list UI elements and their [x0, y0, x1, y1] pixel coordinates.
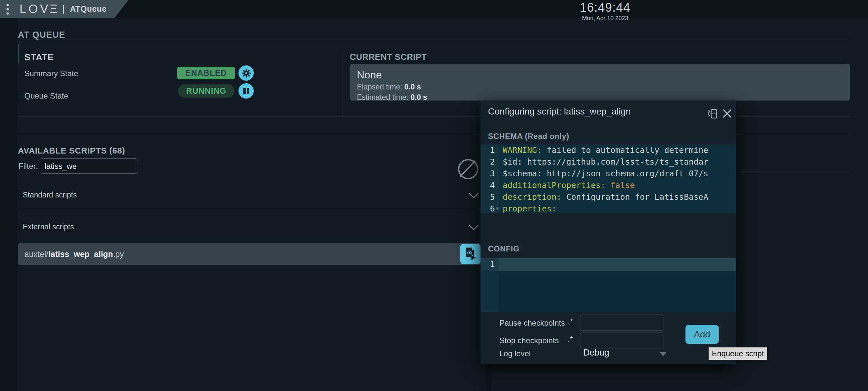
page-left-margin [0, 18, 18, 391]
chevron-down-icon[interactable] [468, 192, 479, 199]
stop-checkpoints-input[interactable] [580, 332, 663, 348]
elapsed-time-row: Elapsed time: 0.0 s [357, 83, 421, 91]
config-active-line[interactable]: 1 [480, 258, 736, 271]
configure-script-button[interactable] [460, 244, 480, 264]
script-name: latiss_wep_align [49, 250, 113, 259]
modal-title: Configuring script: latiss_wep_align [488, 106, 631, 117]
queue-state-badge: RUNNING [178, 84, 235, 98]
script-path-prefix: auxtel/ [24, 250, 49, 259]
pause-checkpoints-label: Pause checkpoints [499, 319, 565, 328]
state-title: STATE [24, 52, 54, 62]
summary-state-badge: ENABLED [177, 67, 235, 79]
fold-caret-icon[interactable] [495, 207, 499, 210]
enqueue-script-tooltip: Enqueue script [709, 348, 767, 360]
love-logo-xi: Ξ [50, 2, 58, 16]
stop-checkpoints-label: Stop checkpoints [499, 336, 559, 345]
log-level-select[interactable]: Debug [583, 348, 609, 358]
summary-state-settings-button[interactable] [239, 65, 254, 81]
config-title: CONFIG [488, 244, 519, 253]
schema-code-line: 2$id: https://github.com/lsst-ts/ts_stan… [480, 156, 736, 168]
group-standard-scripts[interactable]: Standard scripts [23, 191, 77, 199]
close-icon[interactable] [721, 108, 733, 119]
stop-checkpoints-pattern: .* [568, 335, 573, 344]
app-logo-area: LOVΞ | ATQueue [0, 0, 128, 18]
script-extension: .py [113, 250, 124, 259]
current-script-title: CURRENT SCRIPT [350, 52, 427, 62]
current-script-name: None [357, 69, 382, 81]
configure-script-modal: Configuring script: latiss_wep_align SCH… [480, 101, 736, 364]
elapsed-time-value: 0.0 s [404, 83, 421, 91]
schema-editor: 1WARNING: failed to automatically determ… [480, 144, 736, 214]
gear-icon [241, 68, 251, 78]
config-line-number: 1 [480, 259, 495, 270]
script-list-item[interactable]: auxtel/latiss_wep_align.py [18, 243, 480, 265]
schema-code-line: 3$schema: http://json-schema.org/draft-0… [480, 168, 736, 180]
filter-input[interactable] [40, 158, 138, 174]
schema-code-line: 5description: Configuration for LatissBa… [480, 191, 736, 203]
filter-label: Filter: [19, 162, 38, 171]
schema-readonly-note: (Read only) [525, 132, 569, 140]
page-title: AT QUEUE [18, 30, 65, 40]
config-editor[interactable]: 1 [480, 258, 736, 312]
app-title: ATQueue [70, 4, 107, 14]
top-bar: LOVΞ | ATQueue 16:49:44 Mon, Apr 10 2023 [0, 0, 868, 18]
schema-code-line: 6properties: [480, 203, 736, 214]
pause-icon [242, 87, 250, 95]
schema-code-line: 1WARNING: failed to automatically determ… [480, 144, 736, 156]
love-logo: LOV [20, 2, 51, 16]
queue-panel-divider [736, 171, 850, 171]
group-divider [18, 210, 480, 210]
chevron-down-icon[interactable] [468, 224, 479, 231]
schema-title-text: SCHEMA [488, 132, 525, 140]
queue-pause-button[interactable] [239, 83, 254, 99]
section-divider [18, 41, 850, 41]
state-current-divider [343, 52, 343, 117]
pause-checkpoints-pattern: .* [568, 317, 573, 326]
logo-divider: | [62, 4, 65, 14]
estimated-time-label: Estimated time: [357, 93, 410, 101]
log-level-label: Log level [499, 349, 531, 358]
erase-icon[interactable] [457, 155, 479, 183]
available-scripts-title: AVAILABLE SCRIPTS (68) [18, 146, 125, 156]
add-button[interactable]: Add [685, 325, 719, 344]
clock: 16:49:44 Mon, Apr 10 2023 [566, 1, 644, 22]
schema-editor-lines: 1WARNING: failed to automatically determ… [480, 144, 736, 214]
kebab-menu-icon[interactable] [6, 4, 9, 14]
schema-title: SCHEMA (Read only) [488, 132, 569, 141]
pause-checkpoints-input[interactable] [580, 315, 663, 331]
elapsed-time-label: Elapsed time: [357, 83, 404, 91]
estimated-time-value: 0.0 s [410, 93, 427, 101]
rotate-resize-icon[interactable] [706, 107, 719, 120]
clock-time: 16:49:44 [566, 1, 644, 14]
script-launch-icon [463, 246, 477, 262]
schema-code-line: 4additionalProperties: false [480, 180, 736, 191]
caret-down-icon[interactable] [660, 352, 666, 356]
queue-state-label: Queue State [24, 91, 68, 100]
group-external-scripts[interactable]: External scripts [23, 223, 74, 231]
estimated-time-row: Estimated time: 0.0 s [357, 93, 427, 102]
clock-date: Mon, Apr 10 2023 [566, 15, 644, 22]
summary-state-label: Summary State [24, 69, 78, 78]
